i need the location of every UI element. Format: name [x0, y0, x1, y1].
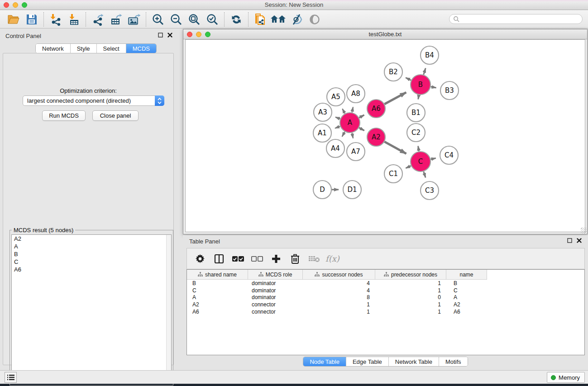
- table-cell[interactable]: A6: [187, 309, 248, 315]
- mcds-result-list[interactable]: A2ABCA6: [11, 234, 172, 384]
- search-input[interactable]: [459, 16, 582, 22]
- node-D1[interactable]: D1: [343, 181, 361, 199]
- node-B2[interactable]: B2: [384, 63, 402, 81]
- table-cell[interactable]: 1: [375, 280, 446, 286]
- table-row[interactable]: Bdominator41B: [187, 280, 584, 287]
- import-network-icon[interactable]: [47, 12, 65, 27]
- column-header-mcds-role[interactable]: MCDS role: [248, 270, 303, 280]
- table-cell[interactable]: 8: [303, 294, 375, 300]
- node-B3[interactable]: B3: [440, 81, 459, 100]
- table-cell[interactable]: A: [187, 294, 248, 300]
- table-cell[interactable]: 1: [375, 287, 446, 294]
- import-table-icon[interactable]: [65, 12, 83, 27]
- zoom-in-icon[interactable]: [149, 12, 167, 27]
- table-cell[interactable]: connector: [248, 309, 303, 315]
- node-B[interactable]: B: [411, 75, 430, 95]
- optimization-criterion-select[interactable]: largest connected component (directed): [23, 95, 164, 106]
- node-A8[interactable]: A8: [347, 85, 365, 103]
- table-row[interactable]: A2connector11A2: [187, 301, 584, 308]
- run-mcds-button[interactable]: Run MCDS: [42, 110, 86, 121]
- table-cell[interactable]: dominator: [248, 287, 303, 294]
- edge-A-A7[interactable]: [352, 133, 353, 138]
- node-A4[interactable]: A4: [326, 139, 344, 157]
- settings-gear-icon[interactable]: [192, 251, 208, 267]
- edge-B-B1[interactable]: [418, 95, 419, 100]
- node-A5[interactable]: A5: [327, 88, 345, 106]
- zoom-window-button[interactable]: [22, 2, 27, 8]
- close-table-panel-icon[interactable]: [577, 238, 582, 243]
- edge-B-B3[interactable]: [431, 87, 436, 88]
- result-item[interactable]: A6: [12, 266, 171, 273]
- edge-A-A2[interactable]: [359, 128, 364, 130]
- first-neighbors-icon[interactable]: [269, 12, 287, 27]
- edge-A-A6[interactable]: [359, 115, 364, 118]
- close-panel-icon[interactable]: [167, 33, 172, 38]
- zoom-selected-icon[interactable]: [203, 12, 221, 27]
- result-scrollbar[interactable]: [166, 235, 171, 383]
- edge-A-A5[interactable]: [342, 109, 345, 113]
- deselect-all-icon[interactable]: [249, 251, 265, 267]
- table-cell[interactable]: dominator: [248, 294, 303, 300]
- table-cell[interactable]: B: [187, 280, 248, 286]
- edge-A-A3[interactable]: [335, 117, 340, 119]
- zoom-out-icon[interactable]: [167, 12, 185, 27]
- table-cell[interactable]: 1: [375, 301, 446, 308]
- tab-style[interactable]: Style: [71, 44, 97, 53]
- table-cell[interactable]: A6: [446, 309, 487, 315]
- node-A1[interactable]: A1: [313, 124, 331, 142]
- resize-grip[interactable]: [581, 228, 587, 234]
- table-cell[interactable]: A2: [446, 301, 487, 308]
- tab-edge-table[interactable]: Edge Table: [346, 357, 389, 366]
- node-C4[interactable]: C4: [440, 146, 458, 164]
- node-C1[interactable]: C1: [384, 165, 402, 183]
- edge-A2-C[interactable]: [384, 142, 406, 153]
- node-A7[interactable]: A7: [347, 143, 365, 161]
- result-item[interactable]: C: [12, 258, 171, 266]
- select-all-icon[interactable]: [230, 251, 246, 267]
- network-window-titlebar[interactable]: testGlobe.txt: [183, 29, 587, 39]
- network-zoom-button[interactable]: [205, 32, 210, 37]
- edge-C-C1[interactable]: [406, 166, 411, 168]
- edge-C-C4[interactable]: [430, 158, 435, 160]
- table-cell[interactable]: 1: [303, 301, 375, 308]
- function-builder-icon[interactable]: f(x): [325, 254, 339, 263]
- result-item[interactable]: A: [12, 243, 171, 250]
- column-header-successor-nodes[interactable]: successor nodes: [303, 270, 375, 280]
- network-minimize-button[interactable]: [196, 32, 201, 37]
- network-graph[interactable]: B4B2BB3A8A5A6A3B1AA1C2A2A4A7C4CC1DD1C3: [184, 40, 588, 234]
- table-cell[interactable]: 1: [375, 309, 446, 315]
- tab-select[interactable]: Select: [97, 44, 126, 53]
- table-row[interactable]: Adominator80A: [187, 294, 584, 301]
- table-cell[interactable]: A: [446, 294, 487, 300]
- edge-C-C2[interactable]: [418, 146, 419, 152]
- result-item[interactable]: A2: [12, 235, 171, 243]
- table-cell[interactable]: B: [446, 280, 487, 286]
- search-field[interactable]: [449, 14, 583, 24]
- show-column-icon[interactable]: [211, 251, 227, 267]
- network-canvas[interactable]: B4B2BB3A8A5A6A3B1AA1C2A2A4A7C4CC1DD1C3: [185, 39, 585, 232]
- delete-column-icon[interactable]: [287, 251, 303, 267]
- table-cell[interactable]: 4: [303, 280, 375, 286]
- new-network-from-selection-icon[interactable]: [251, 12, 269, 27]
- float-table-panel-icon[interactable]: [567, 238, 572, 243]
- table-cell[interactable]: A2: [187, 301, 248, 308]
- table-cell[interactable]: 1: [303, 309, 375, 315]
- table-cell[interactable]: 4: [303, 287, 375, 294]
- edge-A-A4[interactable]: [342, 132, 345, 137]
- tab-motifs[interactable]: Motifs: [439, 357, 468, 366]
- minimize-window-button[interactable]: [13, 2, 18, 8]
- node-C2[interactable]: C2: [407, 124, 425, 142]
- edge-C-C3[interactable]: [424, 172, 425, 177]
- node-A[interactable]: A: [340, 113, 360, 133]
- show-all-icon[interactable]: [306, 12, 324, 27]
- node-B1[interactable]: B1: [407, 104, 425, 122]
- node-A3[interactable]: A3: [314, 103, 332, 121]
- refresh-icon[interactable]: [227, 12, 245, 27]
- export-image-icon[interactable]: [125, 12, 143, 27]
- table-row[interactable]: A6connector11A6: [187, 308, 584, 315]
- node-A6[interactable]: A6: [367, 100, 385, 118]
- result-item[interactable]: B: [12, 250, 171, 258]
- tab-node-table[interactable]: Node Table: [303, 357, 346, 366]
- node-B4[interactable]: B4: [421, 46, 439, 64]
- hide-selected-icon[interactable]: [287, 12, 306, 27]
